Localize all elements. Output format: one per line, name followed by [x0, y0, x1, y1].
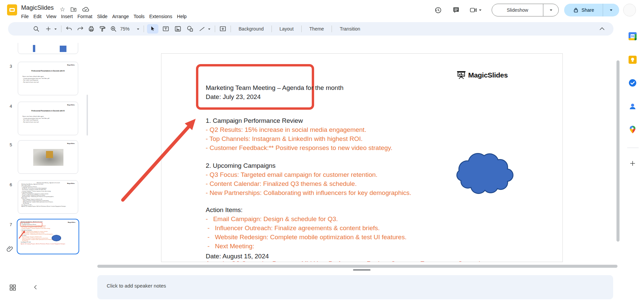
slide-thumbnail-2[interactable]: [18, 43, 78, 54]
transition-button[interactable]: Transition: [335, 24, 365, 33]
magicslides-window: MagicSlides ☆ File Edit View Insert Form…: [0, 0, 644, 305]
join-call-button[interactable]: [469, 6, 483, 14]
keep-icon[interactable]: [628, 55, 637, 64]
slide-logo-text: MagicSlides: [468, 71, 508, 79]
select-tool[interactable]: [147, 24, 158, 34]
tasks-icon[interactable]: [628, 79, 637, 87]
toolbar: 75% Background Layout Theme: [8, 22, 613, 36]
slide-thumbnail-4[interactable]: MagicSlides Professional Presentations i…: [18, 102, 78, 135]
thumb-logo: MagicSlides: [67, 143, 75, 144]
paperclip-icon[interactable]: [6, 245, 14, 253]
slide-thumbnail-6[interactable]: MagicSlides Marketing Team Meeting – Age…: [18, 180, 78, 214]
slide-text-line[interactable]: - Email Campaign: Design & schedule for …: [206, 214, 338, 223]
layout-button[interactable]: Layout: [275, 24, 298, 33]
filmstrip-scrollbar[interactable]: [87, 95, 88, 136]
paint-format-icon[interactable]: [98, 24, 107, 34]
zoom-dropdown[interactable]: [136, 28, 141, 31]
zoom-in-icon[interactable]: [109, 24, 118, 34]
move-folder-icon[interactable]: [70, 6, 77, 13]
insert-shape-tool[interactable]: [185, 24, 195, 34]
document-title[interactable]: MagicSlides: [21, 4, 54, 11]
collapse-toolbar-icon[interactable]: [597, 24, 607, 34]
menu-view[interactable]: View: [44, 13, 59, 20]
grid-view-icon[interactable]: [9, 284, 17, 292]
rail-divider: [627, 148, 639, 148]
undo-icon[interactable]: [64, 24, 74, 34]
insert-line-tool[interactable]: [197, 24, 207, 34]
line-dropdown[interactable]: [207, 28, 212, 31]
redo-icon[interactable]: [76, 24, 85, 34]
share-options-dropdown[interactable]: [603, 8, 619, 12]
chevron-down-icon[interactable]: [478, 8, 483, 12]
horizontal-scrollbar[interactable]: [97, 265, 617, 268]
contacts-icon[interactable]: [628, 102, 637, 111]
speaker-notes-placeholder: Click to add speaker notes: [107, 283, 166, 289]
slideshow-button[interactable]: Slideshow: [492, 7, 543, 13]
cloud-saved-icon[interactable]: [82, 6, 89, 13]
menu-bar: File Edit View Insert Format Slide Arran…: [19, 13, 189, 20]
slide-number: 5: [5, 142, 12, 147]
get-addons-plus-icon[interactable]: [628, 159, 637, 168]
slideshow-options-dropdown[interactable]: [543, 8, 558, 12]
thumb-logo: MagicSlides: [67, 64, 75, 66]
slide-text-line[interactable]: - Content Calendar: Finalized Q3 themes …: [206, 179, 357, 188]
slide-text-line[interactable]: - Q2 Results: 15% increase in social med…: [206, 125, 366, 134]
new-slide-button[interactable]: [44, 24, 53, 34]
comments-icon[interactable]: [451, 5, 461, 15]
slides-app-logo[interactable]: [7, 4, 17, 15]
red-arrow-annotation[interactable]: [114, 111, 205, 208]
new-slide-dropdown[interactable]: [53, 28, 58, 31]
thumb-logo: MagicSlides: [67, 104, 75, 106]
calendar-icon[interactable]: 31: [628, 32, 637, 41]
slide-thumbnail-7-selected[interactable]: MagicSlides Marketing Team Meeting – Age…: [17, 219, 79, 254]
vertical-scrollbar[interactable]: [616, 60, 620, 242]
version-history-icon[interactable]: [433, 5, 443, 15]
slide-text-line[interactable]: - New Partnerships: Collaborating with i…: [206, 188, 411, 197]
slide-text-line[interactable]: - Q3 Focus: Targeted email campaign for …: [206, 170, 378, 179]
menu-edit[interactable]: Edit: [31, 13, 44, 20]
menu-help[interactable]: Help: [175, 13, 189, 20]
insert-placeholder-tool[interactable]: [218, 24, 228, 34]
share-button[interactable]: Share: [564, 7, 603, 13]
menu-arrange[interactable]: Arrange: [110, 13, 131, 20]
theme-button[interactable]: Theme: [305, 24, 329, 33]
slide-text-line-clipped[interactable]: Agenda: Q3 Campaign Progress, Mid-Year P…: [206, 259, 487, 262]
slide-text-line[interactable]: - Top Channels: Instagram & LinkedIn wit…: [206, 134, 363, 143]
search-menus-icon[interactable]: [32, 24, 41, 34]
slide-text-line[interactable]: - Customer Feedback:** Positive response…: [206, 143, 392, 152]
thumb-cloud-shape: [52, 235, 61, 241]
slide-canvas[interactable]: MagicSlides Marketing Team Meeting – Age…: [161, 53, 563, 262]
slide-thumbnail-5[interactable]: MagicSlides: [18, 140, 78, 174]
menu-format[interactable]: Format: [75, 13, 95, 20]
cloud-shape[interactable]: [454, 152, 515, 194]
print-icon[interactable]: [87, 24, 96, 34]
star-icon[interactable]: ☆: [60, 6, 65, 13]
avatar[interactable]: [623, 4, 636, 16]
speaker-notes-box[interactable]: Click to add speaker notes: [97, 275, 613, 299]
slide-text-line[interactable]: - Website Redesign: Complete mobile opti…: [206, 233, 406, 242]
share-button-group: Share: [564, 4, 619, 16]
slide-text-line[interactable]: - Influencer Outreach: Finalize agreemen…: [206, 223, 380, 233]
menu-file[interactable]: File: [19, 13, 31, 20]
zoom-level[interactable]: 75%: [118, 26, 132, 32]
notes-resize-handle[interactable]: [353, 269, 370, 270]
insert-image-tool[interactable]: [173, 24, 183, 34]
background-button[interactable]: Background: [234, 24, 268, 33]
slide-text-line[interactable]: - Next Meeting:: [206, 242, 254, 251]
maps-icon[interactable]: [628, 125, 637, 134]
menu-slide[interactable]: Slide: [95, 13, 110, 20]
slide-title[interactable]: Marketing Team Meeting – Agenda for the …: [206, 83, 344, 92]
slide-date[interactable]: Date: July 23, 2024: [206, 92, 261, 101]
menu-extensions[interactable]: Extensions: [147, 13, 175, 20]
menu-tools[interactable]: Tools: [131, 13, 147, 20]
slide-text-line[interactable]: Action Items:: [206, 205, 243, 214]
slide-number: 6: [5, 182, 12, 187]
text-box-tool[interactable]: [161, 24, 170, 34]
collapse-filmstrip-chevron-icon[interactable]: [32, 284, 39, 291]
deer-image: [33, 149, 63, 166]
menu-insert[interactable]: Insert: [59, 13, 75, 20]
slide-text-line[interactable]: 2. Upcoming Campaigns: [206, 161, 276, 170]
slide-text-line[interactable]: 1. Campaign Performance Review: [206, 116, 303, 125]
slide-filmstrip: 3 MagicSlides Professional Presentations…: [0, 43, 90, 275]
slide-thumbnail-3[interactable]: MagicSlides Professional Presentations i…: [18, 62, 78, 95]
